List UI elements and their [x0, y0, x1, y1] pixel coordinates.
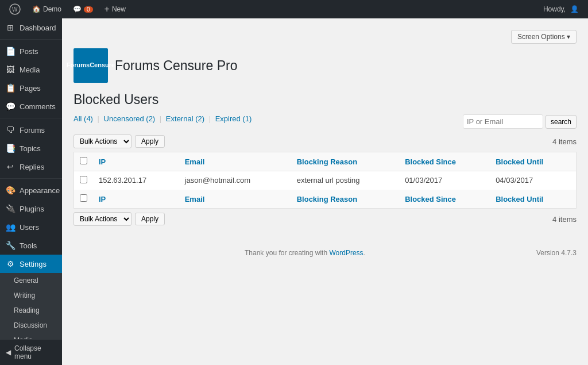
plugin-logo-line2: Censure — [90, 62, 115, 69]
posts-icon: 📄 — [6, 47, 15, 56]
plugin-header: Forums Censure Forums Censure Pro — [74, 48, 577, 83]
col-ip-footer[interactable]: IP — [93, 190, 179, 209]
sidebar-item-label: Users — [20, 223, 39, 232]
items-count-top: 4 items — [552, 137, 577, 146]
col-email-footer[interactable]: Email — [179, 190, 291, 209]
new-content-button[interactable]: + New — [100, 0, 130, 18]
comments-count-badge: 0 — [84, 6, 93, 13]
filter-external[interactable]: External (2) — [166, 114, 204, 123]
sidebar-item-comments[interactable]: 💬 Comments — [0, 97, 62, 116]
filter-uncensored[interactable]: Uncensored (2) — [104, 114, 156, 123]
sidebar-item-settings[interactable]: ⚙ Settings — [0, 255, 62, 273]
sidebar-item-label: Tools — [20, 241, 37, 250]
row-checkbox[interactable] — [80, 176, 87, 183]
collapse-menu-button[interactable]: ◀ Collapse menu — [0, 339, 62, 365]
main-content: Screen Options ▾ Forums Censure Forums C… — [62, 18, 588, 365]
sidebar-item-label: Media — [20, 66, 40, 74]
search-input[interactable] — [463, 114, 543, 129]
row-blocked-since: 01/03/2017 — [399, 171, 490, 190]
col-ip[interactable]: IP — [93, 152, 179, 171]
col-blocked-since-footer[interactable]: Blocked Since — [399, 190, 490, 209]
version-label: Version 4.7.3 — [536, 249, 577, 257]
plus-icon: + — [105, 4, 110, 14]
submenu-item-writing[interactable]: Writing — [0, 288, 62, 303]
sidebar-item-topics[interactable]: 📑 Topics — [0, 139, 62, 157]
sidebar-item-plugins[interactable]: 🔌 Plugins — [0, 199, 62, 218]
plugin-title: Forums Censure Pro — [115, 58, 237, 74]
col-blocking-reason[interactable]: Blocking Reason — [291, 152, 399, 171]
sidebar-item-label: Forums — [20, 126, 45, 135]
table-controls-bottom: Bulk Actions Delete Apply 4 items — [74, 212, 577, 226]
svg-text:W: W — [12, 6, 18, 13]
wp-logo-icon: W — [9, 3, 21, 15]
row-blocking-reason: external url posting — [291, 171, 399, 190]
sidebar-item-media[interactable]: 🖼 Media — [0, 60, 62, 79]
topics-icon: 📑 — [6, 144, 15, 153]
select-all-checkbox-footer[interactable] — [80, 194, 87, 202]
settings-icon: ⚙ — [6, 259, 15, 268]
sidebar-item-label: Comments — [20, 102, 56, 111]
search-button[interactable]: search — [546, 115, 577, 129]
submenu-item-reading[interactable]: Reading — [0, 303, 62, 318]
sidebar-item-forums[interactable]: 🗨 Forums — [0, 121, 62, 139]
replies-icon: ↩ — [6, 162, 15, 171]
filter-expired[interactable]: Expired (1) — [215, 114, 252, 123]
footer-thank-you: Thank you for creating with — [245, 249, 327, 257]
apply-button-bottom[interactable]: Apply — [135, 213, 165, 225]
select-all-footer[interactable] — [74, 190, 94, 209]
row-ip: 152.63.201.17 — [93, 171, 179, 190]
wp-logo-button[interactable]: W — [5, 0, 25, 18]
col-email[interactable]: Email — [179, 152, 291, 171]
blocked-users-table: IP Email Blocking Reason Blocked Since B… — [74, 152, 577, 209]
col-blocked-until[interactable]: Blocked Until — [490, 152, 576, 171]
sidebar-item-dashboard[interactable]: ⊞ Dashboard — [0, 18, 62, 37]
tools-icon: 🔧 — [6, 241, 15, 250]
table-header-row: IP Email Blocking Reason Blocked Since B… — [74, 152, 577, 171]
sidebar-item-label: Appearance — [20, 186, 60, 195]
row-blocked-until: 04/03/2017 — [490, 171, 576, 190]
plugin-logo-line1: Forums — [67, 62, 90, 69]
sidebar-item-appearance[interactable]: 🎨 Appearance — [0, 181, 62, 199]
sidebar-item-posts[interactable]: 📄 Posts — [0, 42, 62, 60]
col-blocking-reason-footer[interactable]: Blocking Reason — [291, 190, 399, 209]
apply-button-top[interactable]: Apply — [135, 135, 165, 148]
screen-options-button[interactable]: Screen Options ▾ — [511, 30, 577, 44]
sidebar-item-label: Posts — [20, 47, 38, 56]
home-icon: 🏠 — [32, 5, 41, 13]
sidebar-item-tools[interactable]: 🔧 Tools — [0, 236, 62, 255]
col-blocked-until-footer[interactable]: Blocked Until — [490, 190, 576, 209]
sidebar-item-label: Pages — [20, 84, 41, 93]
sidebar-item-pages[interactable]: 📋 Pages — [0, 79, 62, 97]
comments-button[interactable]: 💬 0 — [68, 0, 98, 18]
forums-icon: 🗨 — [6, 125, 15, 135]
select-all-header[interactable] — [74, 152, 94, 171]
pages-icon: 📋 — [6, 83, 15, 93]
sidebar: ⊞ Dashboard 📄 Posts 🖼 Media 📋 Pages 💬 Co… — [0, 18, 62, 365]
media-icon: 🖼 — [6, 65, 15, 74]
table-footer-row: IP Email Blocking Reason Blocked Since B… — [74, 190, 577, 209]
sidebar-item-replies[interactable]: ↩ Replies — [0, 157, 62, 176]
submenu-item-discussion[interactable]: Discussion — [0, 318, 62, 333]
items-count-bottom: 4 items — [552, 215, 577, 224]
screen-options-bar: Screen Options ▾ — [74, 30, 577, 44]
footer: Thank you for creating with WordPress. V… — [74, 243, 577, 257]
bulk-actions-select-bottom[interactable]: Bulk Actions Delete — [74, 212, 131, 226]
table-controls-top: Bulk Actions Delete Apply 4 items — [74, 135, 577, 148]
table-row: 152.63.201.17 jason@hotmail.com external… — [74, 171, 577, 190]
select-all-checkbox[interactable] — [80, 157, 87, 164]
row-checkbox-cell[interactable] — [74, 171, 94, 190]
sidebar-item-label: Settings — [20, 260, 47, 268]
plugins-icon: 🔌 — [6, 204, 15, 213]
filter-all[interactable]: All (4) — [74, 114, 93, 123]
col-blocked-since[interactable]: Blocked Since — [399, 152, 490, 171]
bulk-actions-select-top[interactable]: Bulk Actions Delete — [74, 135, 131, 148]
collapse-icon: ◀ — [6, 348, 11, 356]
filter-links: All (4) | Uncensored (2) | External (2) … — [74, 114, 252, 123]
wordpress-link[interactable]: WordPress — [329, 249, 363, 257]
site-name-button[interactable]: 🏠 Demo — [28, 0, 66, 18]
submenu-item-general[interactable]: General — [0, 273, 62, 288]
sidebar-item-users[interactable]: 👥 Users — [0, 218, 62, 236]
search-box: search — [463, 114, 577, 129]
sidebar-item-label: Plugins — [20, 205, 44, 213]
collapse-label: Collapse menu — [14, 344, 56, 360]
